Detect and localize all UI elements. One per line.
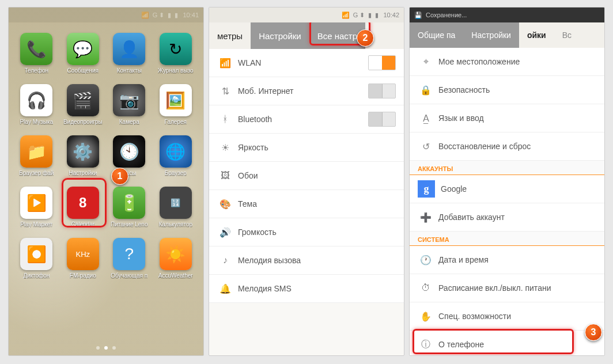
- app-camera[interactable]: 📷Камера: [107, 84, 152, 125]
- row-volume[interactable]: 🔊Громкость: [209, 218, 404, 247]
- status-time: 10:42: [383, 12, 399, 18]
- row-brightness[interactable]: ☀Яркость: [209, 134, 404, 162]
- note-icon: ♪: [217, 255, 233, 266]
- location-icon: ⌖: [418, 56, 434, 67]
- tab-active[interactable]: ойки: [519, 22, 554, 48]
- image-icon: 🖼: [217, 170, 233, 181]
- timer-icon: ⏱: [418, 283, 434, 293]
- settings-list: 📶WLAN ⇅Моб. Интернет ᚼBluetooth ☀Яркость…: [209, 49, 404, 303]
- volume-icon: 🔊: [217, 227, 233, 238]
- page-indicator: [9, 346, 203, 350]
- app-file-browser[interactable]: 📁Браузер фай: [14, 135, 59, 176]
- app-browser[interactable]: 🌐Браузер: [154, 135, 198, 176]
- phone-settings-all: 💾 Сохранение... Общие па Настройки ойки …: [409, 7, 605, 356]
- app-call-log[interactable]: ↻Журнал вызо: [154, 33, 198, 74]
- app-voice-recorder[interactable]: ⏺️Диктофон: [14, 238, 59, 279]
- row-sms-tone[interactable]: 🔔Мелодия SMS: [209, 275, 404, 303]
- app-gallery[interactable]: 🖼️Галерея: [154, 84, 198, 125]
- row-google-account[interactable]: gGoogle: [410, 175, 604, 203]
- brightness-icon: ☀: [217, 142, 233, 153]
- tab-params[interactable]: метры: [209, 22, 251, 49]
- saving-label: Сохранение...: [426, 12, 467, 18]
- reset-icon: ↺: [418, 141, 434, 152]
- settings-tabs: метры Настройки Все настр 2: [209, 22, 404, 49]
- step-badge-3: 3: [585, 324, 602, 341]
- app-calculator[interactable]: 🔢Калькулятор: [154, 187, 198, 227]
- tab-settings[interactable]: Настройки: [463, 22, 519, 48]
- bluetooth-toggle[interactable]: [368, 112, 396, 127]
- signal-icon: G ⬍: [353, 12, 365, 19]
- row-power-schedule[interactable]: ⏱Расписание вкл./выкл. питани: [410, 274, 604, 302]
- saving-header: 💾 Сохранение...: [410, 7, 604, 22]
- row-wlan[interactable]: 📶WLAN: [209, 49, 404, 77]
- battery-icon: ▮: [375, 12, 379, 19]
- row-bluetooth[interactable]: ᚼBluetooth: [209, 105, 404, 134]
- arrows-icon: ⇅: [217, 86, 233, 97]
- google-icon: g: [418, 180, 435, 198]
- step-badge-1: 1: [111, 168, 128, 185]
- row-add-account[interactable]: ➕Добавить аккаунт: [410, 203, 604, 232]
- add-icon: ➕: [418, 212, 434, 223]
- bluetooth-icon: ᚼ: [217, 114, 233, 124]
- row-datetime[interactable]: 🕐Дата и время: [410, 246, 604, 274]
- settings-list: ⌖Мое местоположение 🔒Безопасность A̲Язык…: [410, 48, 604, 356]
- row-theme[interactable]: 🎨Тема: [209, 190, 404, 218]
- app-grid: 📞Телефон 💬Сообщения 👤Контакты ↻Журнал вы…: [9, 22, 203, 279]
- app-settings[interactable]: ⚙️Настройки: [61, 135, 105, 176]
- app-calendar[interactable]: 8Calendar: [61, 187, 105, 227]
- app-play-store[interactable]: ▶️Play Маркет: [14, 187, 59, 227]
- row-wallpaper[interactable]: 🖼Обои: [209, 162, 404, 190]
- save-icon: 💾: [414, 12, 422, 19]
- clock-icon: 🕐: [418, 255, 434, 266]
- info-icon: ⓘ: [418, 339, 434, 351]
- phone-settings-main: 📶 G ⬍ ▮ ▮ 10:42 метры Настройки Все наст…: [209, 7, 404, 356]
- tab-general[interactable]: Общие па: [410, 22, 463, 48]
- app-play-music[interactable]: 🎧Play Музыка: [14, 84, 59, 125]
- app-messages[interactable]: 💬Сообщения: [61, 33, 105, 74]
- row-ringtone[interactable]: ♪Мелодия вызова: [209, 247, 404, 275]
- status-bar: 📶 G ⬍ ▮ ▮ 10:42: [209, 7, 404, 22]
- theme-icon: 🎨: [217, 199, 233, 210]
- app-tutorial[interactable]: ?Обучающая п: [107, 238, 152, 279]
- row-about-phone[interactable]: ⓘО телефоне 3: [410, 331, 604, 356]
- section-system: СИСТЕМА: [410, 232, 604, 246]
- settings-tabs: Общие па Настройки ойки Вс: [410, 22, 604, 48]
- wifi-icon: 📶: [342, 12, 350, 19]
- sim-icon: ▮: [368, 12, 372, 19]
- app-power[interactable]: 🔋Питание Leno: [107, 187, 152, 227]
- wifi-icon: 📶: [217, 58, 233, 69]
- app-contacts[interactable]: 👤Контакты: [107, 33, 152, 74]
- lock-icon: 🔒: [418, 85, 434, 96]
- bell-icon: 🔔: [217, 283, 233, 294]
- step-badge-2: 2: [357, 29, 374, 47]
- app-video[interactable]: 🎬Видеопроигры: [61, 84, 105, 125]
- section-accounts: АККАУНТЫ: [410, 161, 604, 175]
- row-location[interactable]: ⌖Мое местоположение: [410, 48, 604, 76]
- row-accessibility[interactable]: ✋Спец. возможности: [410, 302, 604, 331]
- wlan-toggle[interactable]: [368, 55, 396, 70]
- app-accuweather[interactable]: ☀️AccuWeather: [154, 238, 198, 279]
- tab-more[interactable]: Вс: [554, 22, 580, 48]
- row-security[interactable]: 🔒Безопасность: [410, 76, 604, 104]
- row-language[interactable]: A̲Язык и ввод: [410, 104, 604, 132]
- row-reset[interactable]: ↺Восстановление и сброс: [410, 132, 604, 161]
- language-icon: A̲: [418, 113, 434, 124]
- row-mobile-internet[interactable]: ⇅Моб. Интернет: [209, 77, 404, 105]
- phone-homescreen: 📶 G ⬍ ▮ ▮ 10:41 📞Телефон 💬Сообщения 👤Кон…: [8, 7, 204, 356]
- hand-icon: ✋: [418, 311, 434, 322]
- tab-settings[interactable]: Настройки: [251, 22, 309, 49]
- app-phone[interactable]: 📞Телефон: [14, 33, 59, 74]
- mobile-toggle[interactable]: [368, 84, 396, 98]
- app-fm-radio[interactable]: KHzFM-радио: [61, 238, 105, 279]
